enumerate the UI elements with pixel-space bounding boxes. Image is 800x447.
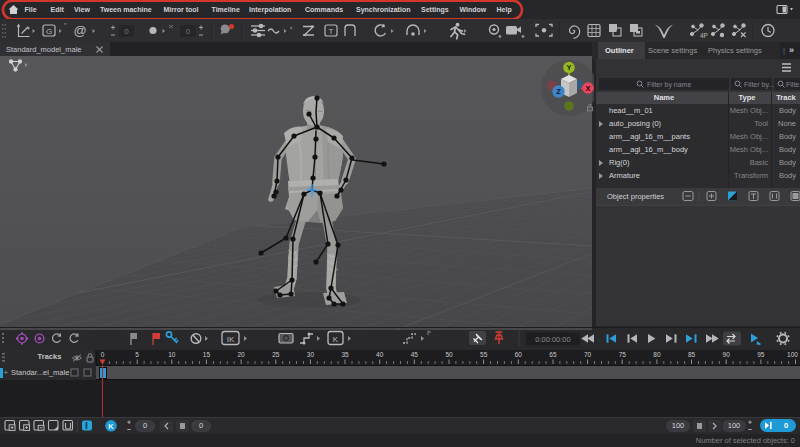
svg-text:″: ″ (64, 22, 67, 29)
svg-text:Y: Y (566, 63, 571, 72)
svg-text:G: G (46, 27, 52, 36)
svg-text:@: @ (73, 23, 86, 38)
svg-text:K: K (333, 335, 339, 344)
svg-text:4P: 4P (700, 32, 708, 39)
svg-text:Z: Z (556, 87, 561, 96)
svg-text:K: K (108, 422, 114, 431)
svg-text:IK: IK (227, 335, 235, 344)
svg-text:0: 0 (186, 27, 191, 36)
svg-text:0: 0 (124, 27, 129, 36)
svg-text:X: X (585, 84, 590, 93)
svg-text:T: T (329, 27, 334, 36)
svg-text:0:00:00:00: 0:00:00:00 (535, 335, 570, 344)
